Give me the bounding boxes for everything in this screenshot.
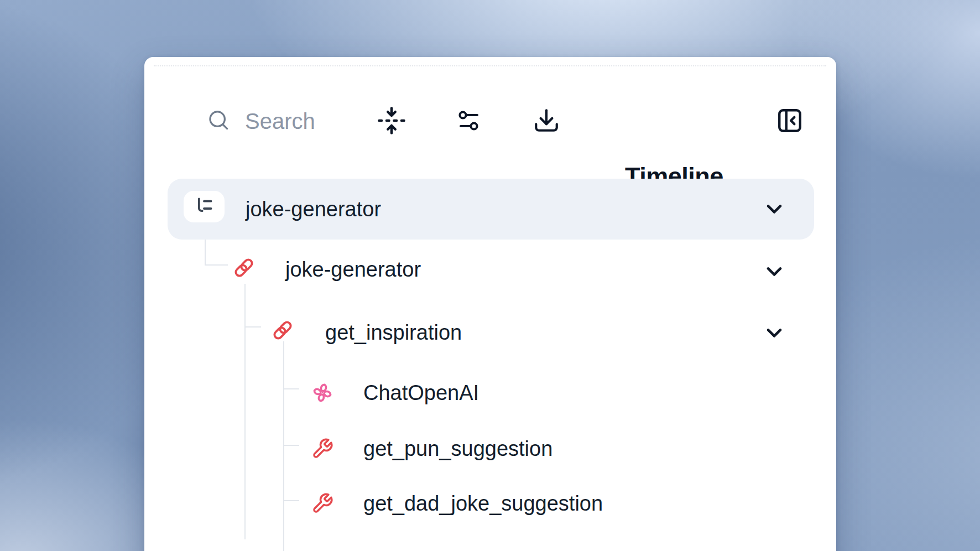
tree-row-label[interactable]: get_dad_joke_suggestion	[363, 492, 603, 516]
chevron-down-icon[interactable]	[762, 320, 786, 345]
tree-row-label[interactable]: joke-generator	[246, 197, 381, 221]
tree-row-label[interactable]: joke-generator	[285, 258, 421, 282]
llm-pinwheel-icon	[311, 382, 333, 404]
tree-connector-line	[283, 500, 299, 501]
download-icon[interactable]	[533, 107, 560, 134]
tree-connector-line	[205, 264, 228, 266]
tree-row-label[interactable]: ChatOpenAI	[363, 381, 479, 405]
chain-link-icon	[272, 319, 294, 341]
tree-row-label[interactable]: get_inspiration	[325, 321, 462, 345]
tree-connector-line	[244, 326, 261, 328]
tool-wrench-icon	[311, 492, 333, 514]
chain-link-icon	[233, 257, 255, 279]
chevron-down-icon[interactable]	[762, 196, 786, 221]
fold-vertical-icon[interactable]	[377, 106, 406, 136]
chevron-down-icon[interactable]	[762, 259, 786, 283]
tree-connector-line	[283, 445, 299, 446]
list-tree-icon	[193, 195, 215, 219]
tool-wrench-icon	[311, 438, 333, 460]
root-node-chip[interactable]	[184, 191, 225, 222]
tree-row-label[interactable]: get_pun_suggestion	[363, 437, 552, 461]
tree-connector-line	[244, 284, 246, 539]
tree-connector-line	[283, 341, 284, 551]
top-dotted-separator	[154, 65, 826, 66]
tree-connector-line	[205, 240, 206, 266]
settings-sliders-icon[interactable]	[455, 107, 482, 134]
trace-tree-panel: Timeline joke-generator j	[144, 57, 836, 551]
tree-connector-line	[283, 388, 299, 389]
panel-left-close-icon[interactable]	[776, 107, 804, 134]
search-icon	[206, 108, 231, 134]
